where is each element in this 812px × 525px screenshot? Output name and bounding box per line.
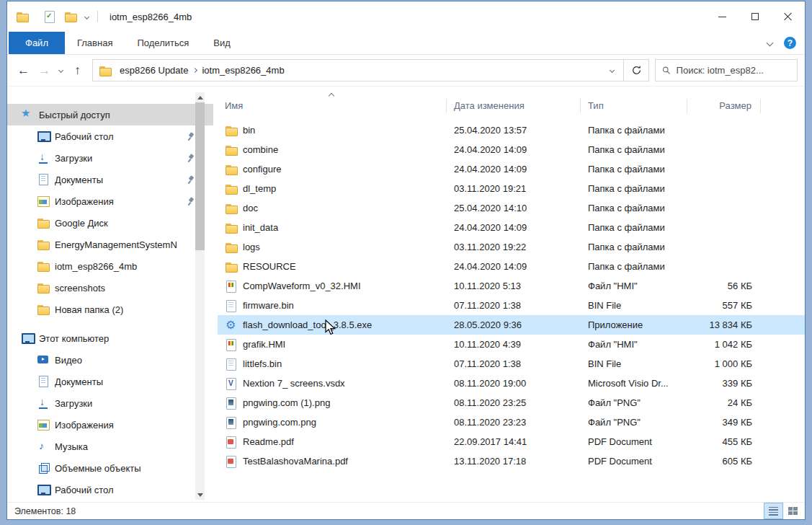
- sidebar-item[interactable]: iotm_esp8266_4mb: [7, 255, 213, 277]
- column-header-1[interactable]: Дата изменения: [447, 99, 581, 113]
- sidebar-item[interactable]: Документы: [7, 169, 213, 190]
- file-row[interactable]: Readme.pdf22.09.2017 14:41PDF Document45…: [218, 432, 805, 451]
- help-button[interactable]: ?: [784, 37, 796, 49]
- tab-0[interactable]: Главная: [65, 32, 125, 54]
- refresh-icon: [631, 65, 642, 76]
- file-size: 13 834 КБ: [687, 315, 761, 335]
- file-size: 1 000 КБ: [687, 354, 761, 374]
- file-row[interactable]: firmware.bin07.11.2020 1:38BIN File557 К…: [218, 296, 805, 315]
- scroll-up-icon[interactable]: [195, 92, 205, 102]
- sidebar-item[interactable]: Google Диск: [7, 212, 213, 234]
- qat-dropdown-icon[interactable]: [84, 14, 89, 19]
- qat-properties-icon[interactable]: [43, 11, 56, 22]
- folder-icon: [225, 203, 238, 214]
- sidebar-item-label: Google Диск: [55, 218, 195, 229]
- address-bar[interactable]: esp8266 Updateiotm_esp8266_4mb: [92, 59, 624, 81]
- folder-icon: [225, 183, 238, 195]
- file-name: bin: [243, 125, 255, 136]
- file-size: 455 КБ: [687, 432, 761, 451]
- explorer-window: iotm_esp8266_4mb Файл ГлавнаяПоделитьсяВ…: [6, 1, 806, 520]
- file-date: 10.11.2020 4:39: [447, 335, 581, 354]
- tab-file[interactable]: Файл: [9, 32, 65, 54]
- column-header-2[interactable]: Тип: [581, 99, 687, 113]
- sidebar-item[interactable]: Видео: [7, 349, 213, 371]
- thumbnails-view-button[interactable]: [784, 503, 802, 519]
- file-row[interactable]: littlefs.bin07.11.2020 1:38BIN File1 000…: [218, 354, 805, 374]
- up-button[interactable]: [67, 60, 88, 81]
- folder-icon: [225, 144, 238, 156]
- sidebar-scrollbar[interactable]: [195, 92, 205, 500]
- address-folder-icon: [99, 65, 112, 76]
- details-view-button[interactable]: [764, 503, 782, 519]
- file-row[interactable]: Nextion 7_ screens.vsdx08.11.2020 19:00M…: [218, 374, 805, 393]
- sidebar-item[interactable]: Документы: [7, 371, 213, 392]
- recent-locations-icon[interactable]: [55, 60, 67, 81]
- sidebar-item-label: Изображения: [55, 196, 187, 207]
- sidebar-item[interactable]: Изображения: [7, 414, 213, 436]
- file-row[interactable]: RESOURCE24.04.2020 14:09Папка с файлами: [218, 257, 805, 276]
- expand-ribbon-icon[interactable]: [767, 40, 774, 47]
- file-type: Файл "HMI": [581, 335, 687, 354]
- file-row[interactable]: doc25.04.2020 14:10Папка с файлами: [218, 198, 805, 218]
- sidebar-item[interactable]: Изображения: [7, 190, 213, 212]
- sidebar-item[interactable]: Рабочий стол: [7, 479, 213, 500]
- file-type: Папка с файлами: [581, 120, 687, 140]
- binfile-icon: [225, 358, 238, 370]
- file-row[interactable]: configure24.04.2020 14:09Папка с файлами: [218, 159, 805, 179]
- column-header-0[interactable]: Имя: [218, 99, 447, 113]
- sidebar-item[interactable]: Рабочий стол: [7, 125, 213, 147]
- refresh-button[interactable]: [624, 59, 649, 81]
- file-name: dl_temp: [243, 183, 276, 194]
- search-box[interactable]: [655, 59, 798, 81]
- file-row[interactable]: pngwing.com (1).png08.11.2020 23:25Файл …: [218, 393, 805, 412]
- ribbon-tab-container: ГлавнаяПоделитьсяВид: [65, 32, 243, 54]
- file-name: Nextion 7_ screens.vsdx: [243, 378, 345, 389]
- file-row[interactable]: bin25.04.2020 13:57Папка с файлами: [218, 120, 805, 140]
- close-button[interactable]: [772, 1, 805, 32]
- file-row[interactable]: combine24.04.2020 14:09Папка с файлами: [218, 140, 805, 159]
- folder-icon: [37, 282, 50, 294]
- sidebar-item[interactable]: Новая папка (2): [7, 299, 213, 320]
- file-row[interactable]: dl_temp03.11.2020 19:21Папка с файлами: [218, 179, 805, 198]
- sidebar-section[interactable]: Этот компьютер: [7, 327, 213, 349]
- file-name: pngwing.com (1).png: [243, 397, 330, 408]
- thumbnails-view-icon: [788, 507, 798, 515]
- sidebar-item[interactable]: Музыка: [7, 436, 213, 457]
- sidebar-item[interactable]: Объемные объекты: [7, 457, 213, 479]
- address-dropdown-icon[interactable]: [607, 69, 617, 72]
- minimize-button[interactable]: [705, 1, 739, 32]
- sidebar-section[interactable]: Быстрый доступ: [7, 104, 213, 125]
- file-date: 24.04.2020 14:09: [447, 140, 581, 159]
- search-input[interactable]: [677, 65, 790, 76]
- column-header-3[interactable]: Размер: [687, 99, 761, 113]
- sidebar-item[interactable]: Загрузки: [7, 392, 213, 414]
- sidebar-item[interactable]: EnergyManagementSystemN: [7, 234, 213, 255]
- file-row[interactable]: logs03.11.2020 19:22Папка с файлами: [218, 237, 805, 257]
- sidebar-item[interactable]: Загрузки: [7, 147, 213, 169]
- file-row[interactable]: CompWaveform_v0_32.HMI10.11.2020 5:13Фай…: [218, 276, 805, 296]
- file-size: [687, 257, 761, 276]
- sidebar-item[interactable]: screenshots: [7, 277, 213, 299]
- forward-button[interactable]: [34, 60, 55, 81]
- folder-icon: [37, 304, 50, 315]
- file-row[interactable]: init_data24.04.2020 14:09Папка с файлами: [218, 218, 805, 237]
- breadcrumb-segment[interactable]: esp8266 Update: [115, 65, 192, 76]
- file-row[interactable]: grafik.HMI10.11.2020 4:39Файл "HMI"1 042…: [218, 335, 805, 354]
- file-date: 24.04.2020 14:09: [447, 218, 581, 237]
- file-date: 22.09.2017 14:41: [447, 432, 581, 451]
- file-row[interactable]: pngwing.com.png08.11.2020 23:23Файл "PNG…: [218, 412, 805, 432]
- sidebar-item-label: Документы: [55, 175, 187, 185]
- file-row[interactable]: flash_download_tool_3.8.5.exe28.05.2020 …: [218, 315, 805, 335]
- tab-2[interactable]: Вид: [201, 32, 243, 54]
- file-row[interactable]: TestBalashovaMarina.pdf13.11.2020 17:18P…: [218, 451, 805, 471]
- file-size: 349 КБ: [687, 412, 761, 432]
- scroll-down-icon[interactable]: [195, 490, 205, 500]
- qat-new-folder-icon[interactable]: [64, 11, 77, 22]
- breadcrumb-segment[interactable]: iotm_esp8266_4mb: [197, 65, 288, 76]
- maximize-button[interactable]: [739, 1, 772, 32]
- file-size: 557 КБ: [687, 296, 761, 315]
- tab-1[interactable]: Поделиться: [125, 32, 201, 54]
- file-date: 24.04.2020 14:09: [447, 159, 581, 179]
- scrollbar-thumb[interactable]: [195, 102, 205, 250]
- back-button[interactable]: [13, 60, 34, 81]
